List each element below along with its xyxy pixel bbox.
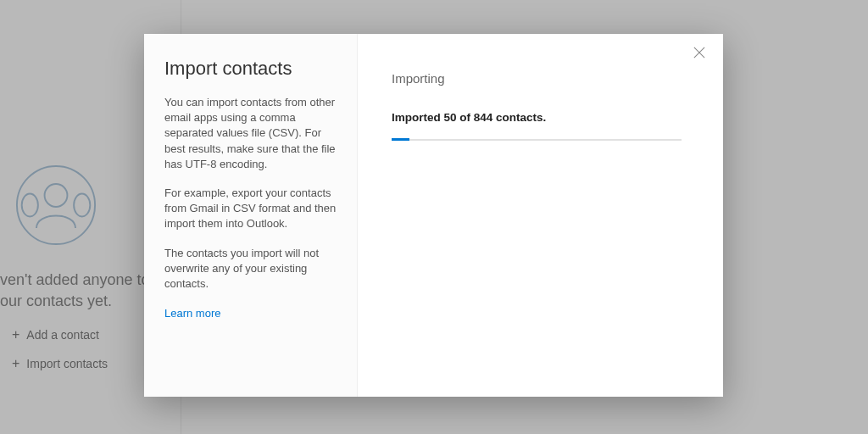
dialog-paragraph-2: For example, export your contacts from G… (164, 186, 337, 232)
import-contacts-dialog: Import contacts You can import contacts … (144, 34, 723, 397)
dialog-paragraph-1: You can import contacts from other email… (164, 95, 337, 172)
importing-heading: Importing (392, 71, 689, 86)
progress-status-text: Imported 50 of 844 contacts. (392, 111, 689, 124)
dialog-progress-panel: Importing Imported 50 of 844 contacts. (358, 34, 723, 397)
dialog-title: Import contacts (164, 58, 337, 80)
dialog-info-panel: Import contacts You can import contacts … (144, 34, 358, 397)
dialog-paragraph-3: The contacts you import will not overwri… (164, 246, 337, 292)
progress-bar (392, 139, 682, 141)
progress-fill (392, 138, 409, 141)
learn-more-link[interactable]: Learn more (164, 307, 220, 320)
close-button[interactable] (689, 44, 709, 64)
close-icon (693, 47, 705, 58)
